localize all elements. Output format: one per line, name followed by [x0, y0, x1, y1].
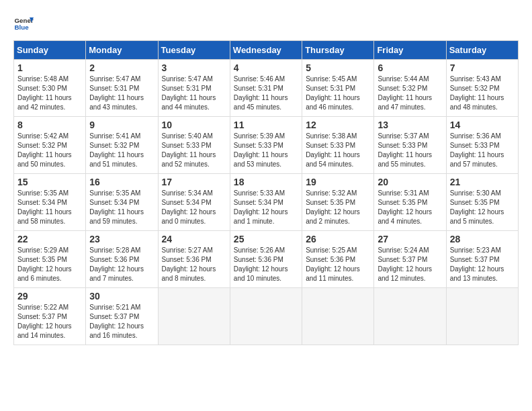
day-info: Sunrise: 5:22 AMSunset: 5:37 PMDaylight:…: [17, 303, 82, 340]
day-number: 1: [17, 62, 82, 73]
logo-icon: General Blue: [13, 13, 34, 34]
day-info: Sunrise: 5:37 AMSunset: 5:33 PMDaylight:…: [378, 132, 442, 169]
day-info: Sunrise: 5:29 AMSunset: 5:35 PMDaylight:…: [17, 246, 82, 283]
day-number: 10: [162, 120, 226, 130]
day-cell: 10 Sunrise: 5:40 AMSunset: 5:33 PMDaylig…: [158, 117, 230, 174]
day-info: Sunrise: 5:23 AMSunset: 5:37 PMDaylight:…: [450, 246, 515, 283]
day-cell: 23 Sunrise: 5:28 AMSunset: 5:36 PMDaylig…: [86, 231, 158, 288]
day-cell: 18 Sunrise: 5:33 AMSunset: 5:34 PMDaylig…: [230, 174, 302, 231]
day-info: Sunrise: 5:42 AMSunset: 5:32 PMDaylight:…: [17, 132, 82, 169]
day-info: Sunrise: 5:26 AMSunset: 5:36 PMDaylight:…: [234, 246, 298, 283]
day-cell: [446, 288, 518, 345]
day-info: Sunrise: 5:32 AMSunset: 5:35 PMDaylight:…: [306, 189, 370, 226]
day-cell: [302, 288, 374, 345]
day-number: 23: [89, 234, 154, 244]
day-number: 2: [89, 62, 154, 73]
day-info: Sunrise: 5:35 AMSunset: 5:34 PMDaylight:…: [17, 189, 82, 226]
day-info: Sunrise: 5:43 AMSunset: 5:32 PMDaylight:…: [450, 75, 515, 112]
day-info: Sunrise: 5:46 AMSunset: 5:31 PMDaylight:…: [234, 75, 298, 112]
day-cell: 1 Sunrise: 5:48 AMSunset: 5:30 PMDayligh…: [14, 60, 86, 117]
day-info: Sunrise: 5:31 AMSunset: 5:35 PMDaylight:…: [378, 189, 442, 226]
day-number: 30: [89, 291, 154, 302]
day-info: Sunrise: 5:27 AMSunset: 5:36 PMDaylight:…: [162, 246, 226, 283]
day-number: 26: [306, 234, 370, 244]
day-info: Sunrise: 5:35 AMSunset: 5:34 PMDaylight:…: [89, 189, 154, 226]
day-number: 15: [17, 177, 82, 187]
day-info: Sunrise: 5:39 AMSunset: 5:33 PMDaylight:…: [234, 132, 298, 169]
day-number: 25: [234, 234, 298, 244]
col-header-monday: Monday: [86, 41, 158, 60]
logo: General Blue: [13, 13, 34, 34]
day-cell: 26 Sunrise: 5:25 AMSunset: 5:36 PMDaylig…: [302, 231, 374, 288]
day-cell: 13 Sunrise: 5:37 AMSunset: 5:33 PMDaylig…: [374, 117, 446, 174]
col-header-tuesday: Tuesday: [158, 41, 230, 60]
day-cell: 29 Sunrise: 5:22 AMSunset: 5:37 PMDaylig…: [14, 288, 86, 345]
day-number: 5: [306, 62, 370, 73]
day-number: 16: [89, 177, 154, 187]
day-info: Sunrise: 5:47 AMSunset: 5:31 PMDaylight:…: [89, 75, 154, 112]
day-number: 27: [378, 234, 442, 244]
day-number: 20: [378, 177, 442, 187]
day-number: 18: [234, 177, 298, 187]
day-cell: 25 Sunrise: 5:26 AMSunset: 5:36 PMDaylig…: [230, 231, 302, 288]
col-header-saturday: Saturday: [446, 41, 518, 60]
day-number: 29: [17, 291, 82, 302]
day-cell: 12 Sunrise: 5:38 AMSunset: 5:33 PMDaylig…: [302, 117, 374, 174]
day-cell: 4 Sunrise: 5:46 AMSunset: 5:31 PMDayligh…: [230, 60, 302, 117]
day-number: 28: [450, 234, 515, 244]
day-number: 24: [162, 234, 226, 244]
day-cell: 8 Sunrise: 5:42 AMSunset: 5:32 PMDayligh…: [14, 117, 86, 174]
week-row-1: 1 Sunrise: 5:48 AMSunset: 5:30 PMDayligh…: [14, 60, 519, 117]
day-number: 3: [162, 62, 226, 73]
day-cell: 2 Sunrise: 5:47 AMSunset: 5:31 PMDayligh…: [86, 60, 158, 117]
header: General Blue: [13, 13, 519, 34]
day-number: 12: [306, 120, 370, 130]
day-info: Sunrise: 5:36 AMSunset: 5:33 PMDaylight:…: [450, 132, 515, 169]
day-cell: [374, 288, 446, 345]
day-cell: 5 Sunrise: 5:45 AMSunset: 5:31 PMDayligh…: [302, 60, 374, 117]
day-number: 19: [306, 177, 370, 187]
day-info: Sunrise: 5:30 AMSunset: 5:35 PMDaylight:…: [450, 189, 515, 226]
day-cell: 3 Sunrise: 5:47 AMSunset: 5:31 PMDayligh…: [158, 60, 230, 117]
day-cell: 20 Sunrise: 5:31 AMSunset: 5:35 PMDaylig…: [374, 174, 446, 231]
col-header-friday: Friday: [374, 41, 446, 60]
day-cell: 30 Sunrise: 5:21 AMSunset: 5:37 PMDaylig…: [86, 288, 158, 345]
week-row-3: 15 Sunrise: 5:35 AMSunset: 5:34 PMDaylig…: [14, 174, 519, 231]
day-info: Sunrise: 5:41 AMSunset: 5:32 PMDaylight:…: [89, 132, 154, 169]
day-number: 17: [162, 177, 226, 187]
day-number: 22: [17, 234, 82, 244]
day-cell: [230, 288, 302, 345]
week-row-4: 22 Sunrise: 5:29 AMSunset: 5:35 PMDaylig…: [14, 231, 519, 288]
day-cell: 6 Sunrise: 5:44 AMSunset: 5:32 PMDayligh…: [374, 60, 446, 117]
day-info: Sunrise: 5:47 AMSunset: 5:31 PMDaylight:…: [162, 75, 226, 112]
day-cell: 11 Sunrise: 5:39 AMSunset: 5:33 PMDaylig…: [230, 117, 302, 174]
day-info: Sunrise: 5:21 AMSunset: 5:37 PMDaylight:…: [89, 303, 154, 340]
day-cell: 7 Sunrise: 5:43 AMSunset: 5:32 PMDayligh…: [446, 60, 518, 117]
day-cell: 24 Sunrise: 5:27 AMSunset: 5:36 PMDaylig…: [158, 231, 230, 288]
week-row-5: 29 Sunrise: 5:22 AMSunset: 5:37 PMDaylig…: [14, 288, 519, 345]
day-number: 11: [234, 120, 298, 130]
day-cell: 27 Sunrise: 5:24 AMSunset: 5:37 PMDaylig…: [374, 231, 446, 288]
day-number: 21: [450, 177, 515, 187]
calendar-table: SundayMondayTuesdayWednesdayThursdayFrid…: [13, 40, 519, 345]
day-info: Sunrise: 5:24 AMSunset: 5:37 PMDaylight:…: [378, 246, 442, 283]
col-header-wednesday: Wednesday: [230, 41, 302, 60]
day-info: Sunrise: 5:44 AMSunset: 5:32 PMDaylight:…: [378, 75, 442, 112]
day-info: Sunrise: 5:48 AMSunset: 5:30 PMDaylight:…: [17, 75, 82, 112]
day-number: 13: [378, 120, 442, 130]
day-number: 9: [89, 120, 154, 130]
day-cell: 16 Sunrise: 5:35 AMSunset: 5:34 PMDaylig…: [86, 174, 158, 231]
day-info: Sunrise: 5:45 AMSunset: 5:31 PMDaylight:…: [306, 75, 370, 112]
day-info: Sunrise: 5:33 AMSunset: 5:34 PMDaylight:…: [234, 189, 298, 226]
day-number: 4: [234, 62, 298, 73]
day-cell: [158, 288, 230, 345]
day-info: Sunrise: 5:40 AMSunset: 5:33 PMDaylight:…: [162, 132, 226, 169]
day-number: 7: [450, 62, 515, 73]
day-cell: 21 Sunrise: 5:30 AMSunset: 5:35 PMDaylig…: [446, 174, 518, 231]
svg-text:Blue: Blue: [15, 24, 30, 31]
day-info: Sunrise: 5:28 AMSunset: 5:36 PMDaylight:…: [89, 246, 154, 283]
day-info: Sunrise: 5:38 AMSunset: 5:33 PMDaylight:…: [306, 132, 370, 169]
day-cell: 19 Sunrise: 5:32 AMSunset: 5:35 PMDaylig…: [302, 174, 374, 231]
day-number: 8: [17, 120, 82, 130]
day-cell: 14 Sunrise: 5:36 AMSunset: 5:33 PMDaylig…: [446, 117, 518, 174]
